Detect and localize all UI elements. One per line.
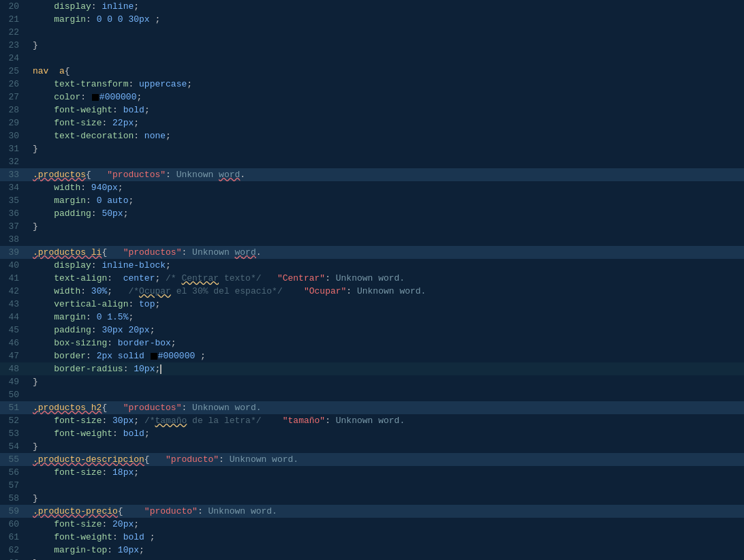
punctuation: ; [171, 338, 176, 348]
line-content[interactable]: .productos{ "productos": Unknown word. [27, 168, 744, 181]
line-content[interactable]: font-weight: bold; [27, 104, 744, 116]
line-number: 58 [0, 492, 27, 505]
line-content[interactable]: vertical-align: top; [27, 298, 744, 311]
punctuation: ; [166, 131, 171, 141]
css-property: margin [54, 14, 86, 25]
line-number: 22 [0, 26, 27, 39]
punctuation: : [86, 351, 97, 361]
editor-line: 56 font-size: 18px; [0, 466, 744, 479]
line-content[interactable]: font-weight: bold ; [27, 531, 744, 544]
css-property: font-weight [54, 105, 112, 115]
css-comment-squiggle: Ocupar [139, 286, 171, 296]
line-content[interactable]: } [27, 142, 744, 155]
line-number: 36 [0, 207, 27, 220]
css-property: vertical-align [54, 299, 128, 309]
editor-line: 41 text-align: center; /* Centrar texto*… [0, 272, 744, 285]
css-comment: /* [128, 286, 139, 296]
line-content[interactable]: font-size: 22px; [27, 116, 744, 129]
punctuation: : [134, 131, 144, 141]
line-content[interactable]: margin: 0 0 0 30px ; [27, 13, 744, 26]
css-value: bold [123, 429, 144, 439]
line-content[interactable]: } [27, 440, 744, 453]
line-number: 21 [0, 13, 27, 26]
css-value: uppercase [139, 79, 187, 89]
editor-line: 32 [0, 155, 744, 168]
line-content[interactable]: margin: 0 auto; [27, 194, 744, 207]
punctuation: { [65, 66, 70, 76]
punctuation [33, 79, 54, 89]
line-content[interactable]: padding: 50px; [27, 207, 744, 220]
punctuation [112, 286, 128, 296]
line-content[interactable]: } [27, 39, 744, 52]
editor-line: 30 text-decoration: none; [0, 129, 744, 142]
line-content[interactable]: .producto-descripcion{ "producto": Unkno… [27, 453, 744, 466]
line-number: 20 [0, 0, 27, 13]
line-content[interactable]: .productos li{ "productos": Unknown word… [27, 246, 744, 259]
css-property: font-size [54, 519, 102, 529]
line-content[interactable]: border: 2px solid #000000 ; [27, 349, 744, 362]
punctuation: ; [123, 208, 129, 219]
editor-line: 50 [0, 388, 744, 401]
line-number: 47 [0, 349, 27, 362]
line-content[interactable]: } [27, 492, 744, 505]
line-content[interactable]: padding: 30px 20px; [27, 324, 744, 337]
punctuation: : [107, 338, 118, 348]
css-property: box-sizing [54, 338, 107, 348]
line-content[interactable]: font-size: 20px; [27, 518, 744, 531]
line-content[interactable]: } [27, 220, 744, 233]
punctuation [33, 532, 54, 542]
line-content[interactable]: .productos h2{ "productos": Unknown word… [27, 401, 744, 414]
line-content[interactable]: font-size: 30px; /*tamaño de la letra*/ … [27, 414, 744, 427]
punctuation: } [33, 377, 38, 387]
punctuation [33, 1, 54, 12]
line-content[interactable]: width: 30%; /*Ocupar el 30% del espacio*… [27, 285, 744, 298]
css-value: center [123, 273, 155, 283]
css-property: font-size [54, 118, 102, 128]
line-number: 39 [0, 246, 27, 259]
css-number: 18px [112, 467, 134, 478]
punctuation: ; [107, 286, 112, 296]
punctuation [33, 325, 54, 335]
punctuation: ; [155, 364, 160, 374]
unknown-word-label: Unknown word. [230, 454, 298, 465]
line-content[interactable]: text-decoration: none; [27, 129, 744, 142]
punctuation [33, 131, 54, 141]
color-preview [151, 353, 157, 360]
line-content[interactable]: display: inline-block; [27, 259, 744, 272]
line-content[interactable]: box-sizing: border-box; [27, 337, 744, 349]
line-content[interactable]: } [27, 375, 744, 388]
punctuation [33, 92, 54, 102]
line-content[interactable]: border-radius: 10px; [27, 362, 744, 375]
punctuation: ; [134, 1, 139, 12]
editor-line: 23} [0, 39, 744, 52]
line-content[interactable]: text-transform: uppercase; [27, 78, 744, 91]
line-content[interactable]: font-weight: bold; [27, 427, 744, 440]
line-content[interactable]: } [27, 557, 744, 560]
punctuation [33, 14, 54, 25]
line-content[interactable]: font-size: 18px; [27, 466, 744, 479]
line-number: 41 [0, 272, 27, 285]
line-content[interactable]: color: #000000; [27, 91, 744, 104]
css-property: text-align [54, 273, 107, 283]
punctuation: : [102, 467, 112, 478]
css-number: 30px [112, 416, 134, 426]
editor-line: 27 color: #000000; [0, 91, 744, 104]
punctuation [33, 312, 54, 322]
line-content[interactable]: .producto-precio{ "producto": Unknown wo… [27, 505, 744, 518]
punctuation [230, 247, 235, 258]
css-property: padding [54, 325, 91, 335]
punctuation: ; [187, 79, 192, 89]
line-number: 50 [0, 388, 27, 401]
punctuation: ; [134, 416, 144, 426]
punctuation: ; [134, 467, 139, 478]
line-content[interactable]: display: inline; [27, 0, 744, 13]
line-content[interactable]: nav a{ [27, 65, 744, 78]
punctuation: ; [144, 105, 150, 115]
line-content[interactable]: margin: 0 1.5%; [27, 311, 744, 324]
line-content[interactable]: margin-top: 10px; [27, 544, 744, 557]
line-content[interactable]: width: 940px; [27, 181, 744, 194]
css-number: 0 0 0 30px [97, 14, 150, 25]
line-content[interactable]: text-align: center; /* Centrar texto*/ "… [27, 272, 744, 285]
punctuation: } [33, 441, 38, 452]
punctuation: : [102, 519, 112, 529]
